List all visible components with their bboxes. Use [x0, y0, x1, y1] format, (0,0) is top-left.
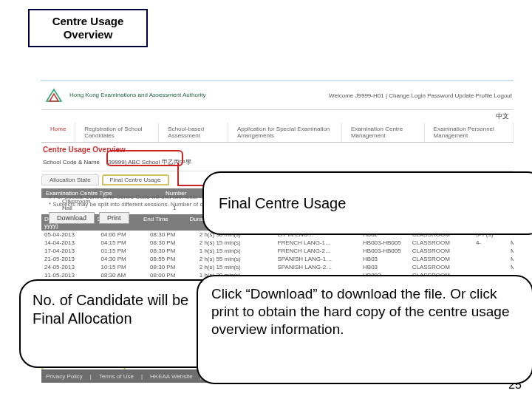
footer-terms[interactable]: Terms of Use [99, 373, 134, 380]
org-name: Hong Kong Examinations and Assessment Au… [69, 92, 206, 99]
callout-download-note: Click “Download” to download the file. O… [197, 275, 532, 384]
subtab-final-usage[interactable]: Final Centre Usage [102, 174, 169, 185]
slide-title-line1: Centre Usage [33, 15, 143, 28]
nav-registration[interactable]: Registration of School Candidates [75, 123, 159, 142]
subtab-allocation[interactable]: Allocation State [41, 174, 99, 185]
print-button[interactable]: Print [99, 212, 129, 224]
hkeaa-logo-icon [43, 86, 65, 105]
table-row: 21-05-201304:30 PM08:55 PM2 h(s) 55 min(… [41, 255, 514, 263]
nav-sba[interactable]: School-based Assessment [159, 123, 228, 142]
app-header: Hong Kong Examinations and Assessment Au… [41, 83, 514, 110]
nav-sea[interactable]: Application for Special Examination Arra… [228, 123, 342, 142]
table-row: 17-04-201301:15 PM08:30 PM1 h(s) 15 min(… [41, 247, 514, 255]
divider [41, 80, 514, 81]
logout-link[interactable]: Logout [494, 92, 512, 99]
welcome-text: Welcome J9999-H01 [329, 92, 384, 99]
nav-home[interactable]: Home [41, 123, 75, 142]
footer-privacy[interactable]: Privacy Policy [46, 373, 83, 380]
update-profile-link[interactable]: Update Profile [455, 92, 493, 99]
language-switch[interactable]: 中文 [41, 110, 514, 123]
slide-title-line2: Overview [33, 28, 143, 41]
nav-ecm[interactable]: Examination Centre Management [342, 123, 425, 142]
school-code-label: School Code & Name [43, 159, 100, 166]
table-row: 14-04-201304:15 PM08:30 PM2 h(s) 15 min(… [41, 239, 514, 247]
red-highlight-subtab [106, 150, 183, 166]
callout-final-usage: Final Centre Usage [202, 171, 532, 235]
download-button[interactable]: Download [49, 212, 95, 224]
table-row: 24-05-201310:15 PM08:30 PM2 h(s) 15 min(… [41, 263, 514, 271]
nav-tabs: Home Registration of School Candidates S… [41, 123, 514, 143]
footer-hkeaa[interactable]: HKEAA Website [150, 373, 193, 380]
data-body: 05-04-201304:00 PM08:30 PM2 h(s) 30 min(… [41, 231, 514, 279]
nav-epm[interactable]: Examination Personnel Management [425, 123, 514, 142]
change-password-link[interactable]: Change Login Password [389, 92, 453, 99]
user-links: Welcome J9999-H01 | Change Login Passwor… [329, 92, 512, 99]
slide-title-box: Centre Usage Overview [28, 9, 148, 47]
